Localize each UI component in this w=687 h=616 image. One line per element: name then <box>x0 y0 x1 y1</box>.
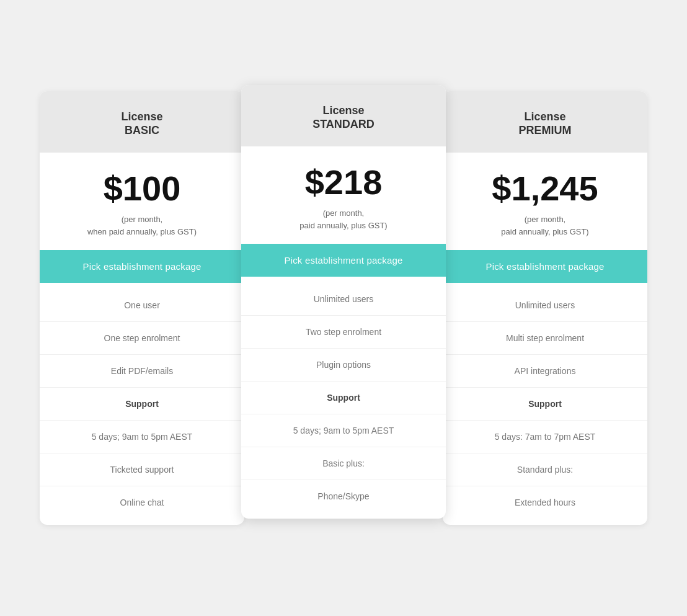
price-note-basic: (per month,when paid annually, plus GST) <box>52 213 232 238</box>
price-amount-premium: $1,245 <box>455 171 635 206</box>
price-section-standard: $218 (per month,paid annually, plus GST) <box>241 146 446 244</box>
feature-item-basic-0: One user <box>40 289 244 322</box>
feature-item-basic-2: Edit PDF/emails <box>40 355 244 388</box>
feature-item-premium-6: Extended hours <box>443 486 647 519</box>
license-tier-premium: PREMIUM <box>455 124 635 137</box>
feature-item-standard-2: Plugin options <box>241 349 446 382</box>
feature-item-premium-2: API integrations <box>443 355 647 388</box>
cta-button-premium[interactable]: Pick establishment package <box>443 250 647 283</box>
feature-item-premium-3: Support <box>443 388 647 421</box>
license-label-standard: License <box>254 104 433 118</box>
feature-item-premium-5: Standard plus: <box>443 453 647 486</box>
feature-item-premium-0: Unlimited users <box>443 289 647 322</box>
feature-item-basic-3: Support <box>40 388 244 421</box>
price-section-premium: $1,245 (per month,paid annually, plus GS… <box>443 153 647 250</box>
license-tier-standard: STANDARD <box>254 118 433 131</box>
features-section-standard: Unlimited usersTwo step enrolmentPlugin … <box>241 277 446 519</box>
price-amount-standard: $218 <box>254 165 433 200</box>
cta-button-basic[interactable]: Pick establishment package <box>40 250 244 283</box>
feature-item-basic-5: Ticketed support <box>40 453 244 486</box>
price-note-standard: (per month,paid annually, plus GST) <box>254 207 433 231</box>
feature-item-standard-1: Two step enrolment <box>241 316 446 349</box>
price-amount-basic: $100 <box>52 171 232 206</box>
feature-item-basic-4: 5 days; 9am to 5pm AEST <box>40 421 244 453</box>
card-header-basic: License BASIC <box>40 91 244 153</box>
license-label-basic: License <box>52 110 232 124</box>
feature-item-standard-0: Unlimited users <box>241 283 446 316</box>
pricing-card-basic: License BASIC $100 (per month,when paid … <box>40 91 244 525</box>
license-tier-basic: BASIC <box>52 124 232 137</box>
pricing-card-premium: License PREMIUM $1,245 (per month,paid a… <box>443 91 647 525</box>
features-section-premium: Unlimited usersMulti step enrolmentAPI i… <box>443 283 647 525</box>
feature-item-premium-4: 5 days: 7am to 7pm AEST <box>443 421 647 453</box>
feature-item-standard-6: Phone/Skype <box>241 480 446 512</box>
card-header-premium: License PREMIUM <box>443 91 647 153</box>
pricing-card-standard: License STANDARD $218 (per month,paid an… <box>241 85 446 519</box>
feature-item-standard-3: Support <box>241 382 446 414</box>
card-header-standard: License STANDARD <box>241 85 446 146</box>
cta-button-standard[interactable]: Pick establishment package <box>241 244 446 277</box>
feature-item-premium-1: Multi step enrolment <box>443 322 647 355</box>
price-note-premium: (per month,paid annually, plus GST) <box>455 213 635 238</box>
features-section-basic: One userOne step enrolmentEdit PDF/email… <box>40 283 244 525</box>
feature-item-basic-6: Online chat <box>40 486 244 519</box>
license-label-premium: License <box>455 110 635 124</box>
feature-item-standard-5: Basic plus: <box>241 447 446 480</box>
feature-item-basic-1: One step enrolment <box>40 322 244 355</box>
pricing-container: License BASIC $100 (per month,when paid … <box>12 91 675 525</box>
price-section-basic: $100 (per month,when paid annually, plus… <box>40 153 244 250</box>
feature-item-standard-4: 5 days; 9am to 5pm AEST <box>241 414 446 447</box>
